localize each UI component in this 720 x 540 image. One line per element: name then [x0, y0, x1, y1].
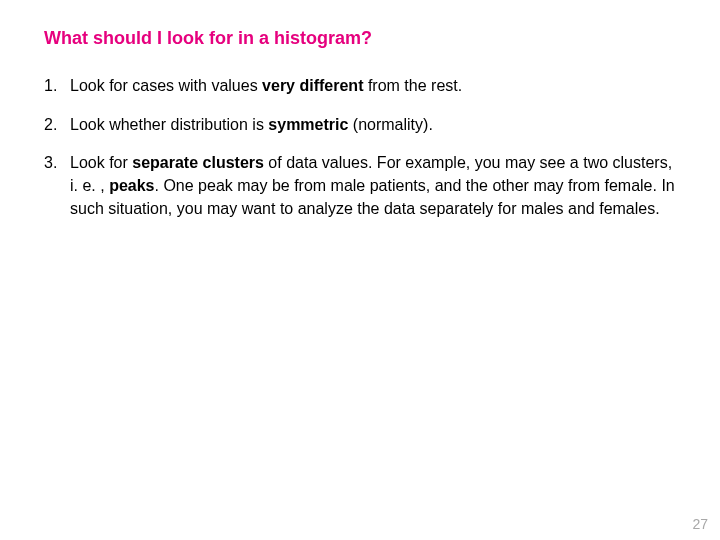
item-number: 1.	[44, 75, 70, 98]
list-item: 3. Look for separate clusters of data va…	[44, 152, 676, 220]
list-item: 2. Look whether distribution is symmetri…	[44, 114, 676, 137]
item-body: Look for cases with values very differen…	[70, 75, 676, 98]
bold-text: symmetric	[268, 116, 348, 133]
item-number: 3.	[44, 152, 70, 220]
text: Look for cases with values	[70, 77, 262, 94]
bold-text: very different	[262, 77, 363, 94]
item-number: 2.	[44, 114, 70, 137]
bold-text: peaks	[109, 177, 154, 194]
item-body: Look for separate clusters of data value…	[70, 152, 676, 220]
page-number: 27	[692, 516, 708, 532]
slide: What should I look for in a histogram? 1…	[0, 0, 720, 540]
text: Look for	[70, 154, 132, 171]
text: . One peak may be from male patients, an…	[70, 177, 675, 217]
item-body: Look whether distribution is symmetric (…	[70, 114, 676, 137]
page-title: What should I look for in a histogram?	[44, 28, 676, 49]
numbered-list: 1. Look for cases with values very diffe…	[44, 75, 676, 221]
text: Look whether distribution is	[70, 116, 268, 133]
list-item: 1. Look for cases with values very diffe…	[44, 75, 676, 98]
text: (normality).	[348, 116, 432, 133]
text: from the rest.	[363, 77, 462, 94]
bold-text: separate clusters	[132, 154, 264, 171]
